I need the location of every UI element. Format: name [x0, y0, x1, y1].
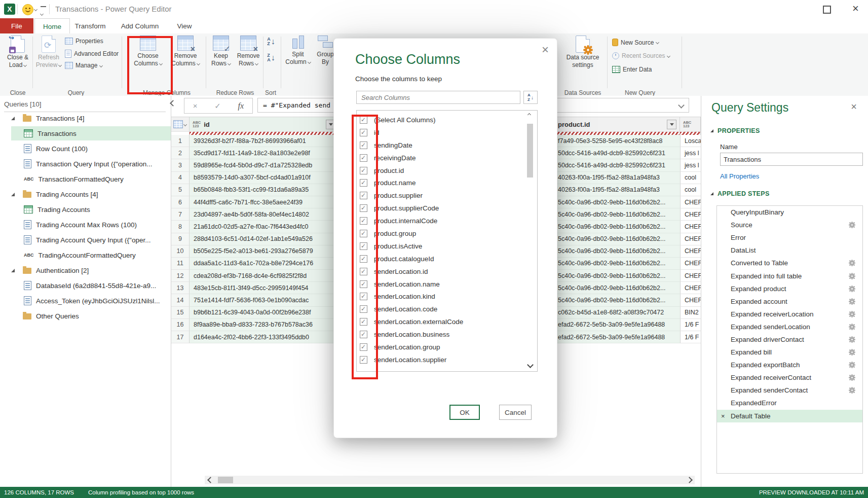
cell-id[interactable]: 35cd9d17-fd11-14a9-18c2-8a1803e2e98f	[190, 147, 339, 159]
row-number[interactable]: 15	[171, 307, 190, 319]
checkbox-checked-icon[interactable]	[360, 318, 367, 326]
cell-id[interactable]: 39326d3f-b2f7-f88a-7b2f-86993966af01	[190, 135, 339, 147]
cell-partial[interactable]: CHEF	[680, 196, 701, 208]
formula-commit-icon[interactable]: ✓	[214, 101, 221, 111]
feedback-smiley-icon[interactable]	[22, 4, 33, 15]
collapse-section-icon[interactable]	[710, 129, 713, 132]
row-number[interactable]: 6	[171, 196, 190, 208]
cell-product-id[interactable]: efad2-6672-5e5b-3a09-9e5fe1a96488	[540, 331, 680, 343]
remove-columns-button[interactable]: × Remove Columns	[168, 35, 203, 67]
dialog-close-icon[interactable]: ×	[542, 43, 549, 57]
refresh-preview-button[interactable]: ⟳ Refresh Preview	[35, 35, 62, 69]
manage-button[interactable]: Manage	[65, 62, 102, 69]
column-checkbox-item[interactable]: senderLocation.supplier	[357, 353, 537, 366]
cell-partial[interactable]: CHEF	[680, 282, 701, 294]
step-settings-gear-icon[interactable]	[850, 287, 854, 291]
column-checkbox-item[interactable]: sendingDate	[357, 139, 537, 152]
applied-step[interactable]: Error	[717, 231, 862, 244]
query-item-databaseid[interactable]: DatabaseId (6a2d8841-55d8-421e-a9...	[0, 278, 171, 293]
column-checkbox-item[interactable]: product.internalCode	[357, 215, 537, 227]
cell-partial[interactable]: jess l	[680, 147, 701, 159]
query-item-trading-accounts[interactable]: Trading Accounts	[0, 202, 171, 217]
query-item-transaction-query-input[interactable]: Transaction Query Input ({"operation...	[0, 156, 171, 171]
cell-id[interactable]: 8f9aa89e-bba9-d833-7283-b767b578ac36	[190, 319, 339, 331]
applied-step[interactable]: QueryInputBinary	[717, 206, 862, 219]
tab-add-column[interactable]: Add Column	[116, 18, 164, 33]
row-number[interactable]: 4	[171, 172, 190, 184]
sort-ascending-button[interactable]: A Z↓	[265, 35, 278, 48]
column-checkbox-item[interactable]: senderLocation.group	[357, 341, 537, 353]
applied-step[interactable]: Expanded exportBatch	[717, 359, 862, 371]
cell-product-id[interactable]: 5c40c-0a96-db02-9ebb-116d0b62b2...	[540, 245, 680, 258]
checkbox-checked-icon[interactable]	[360, 293, 367, 300]
cell-partial[interactable]: jess l	[680, 159, 701, 171]
scrollbar-thumb[interactable]	[218, 477, 233, 483]
ok-button[interactable]: OK	[449, 405, 480, 420]
close-and-load-button[interactable]: ↪ Close & Load	[4, 35, 31, 69]
step-settings-gear-icon[interactable]	[850, 375, 854, 380]
cell-partial[interactable]: CHEF	[680, 270, 701, 282]
query-settings-close-icon[interactable]: ×	[851, 101, 857, 113]
cell-id[interactable]: b505e225-f5e2-a013-be61-293a276e5879	[190, 245, 339, 258]
step-settings-gear-icon[interactable]	[850, 325, 854, 329]
dialog-list-scrollbar[interactable]	[526, 111, 534, 371]
scroll-right-icon[interactable]	[684, 478, 695, 482]
row-number[interactable]: 3	[171, 159, 190, 171]
cell-partial[interactable]: BIN2	[680, 307, 701, 319]
cell-product-id[interactable]: c062c-b45d-a1e8-68f2-a08f39c70472	[540, 307, 680, 319]
column-checkbox-item[interactable]: receivingDate	[357, 152, 537, 164]
enter-data-button[interactable]: Enter Data	[612, 66, 652, 73]
cell-partial[interactable]: Losca	[680, 135, 701, 147]
cell-partial[interactable]: CHEF	[680, 245, 701, 258]
scrollbar-thumb[interactable]	[527, 124, 533, 177]
step-settings-gear-icon[interactable]	[850, 350, 854, 354]
cell-id[interactable]: 23d04897-ae4b-5d0f-58fa-80ef4ec14802	[190, 208, 339, 221]
applied-step[interactable]: DataList	[717, 244, 862, 257]
checkbox-checked-icon[interactable]	[360, 167, 367, 174]
cell-id[interactable]: 59d8965e-fcd4-5b0d-d9c7-d1a725328edb	[190, 159, 339, 171]
step-settings-gear-icon[interactable]	[850, 337, 854, 342]
applied-step[interactable]: Expanded account	[717, 295, 862, 308]
split-column-button[interactable]: Split Column	[284, 35, 312, 66]
column-checkbox-item[interactable]: product.isActive	[357, 240, 537, 253]
applied-step[interactable]: Expanded receiverLocation	[717, 308, 862, 321]
cell-partial[interactable]: 1/6 F	[680, 331, 701, 343]
expand-caret-icon[interactable]	[11, 117, 15, 120]
query-item-transactions[interactable]: Transactions	[0, 126, 171, 141]
window-close-button[interactable]: ×	[852, 2, 859, 16]
tab-home[interactable]: Home	[34, 18, 70, 34]
checkbox-checked-icon[interactable]	[360, 230, 367, 237]
cell-product-id[interactable]: 5c40c-0a96-db02-9ebb-116d0b62b2...	[540, 233, 680, 245]
smiley-dropdown-icon[interactable]	[34, 8, 37, 11]
cell-id[interactable]: 288d4103-6c51-0d14-02ef-1ab1e549a526	[190, 233, 339, 245]
applied-step[interactable]: ExpandedError	[717, 397, 862, 409]
recent-sources-button[interactable]: Recent Sources	[612, 52, 670, 59]
checkbox-checked-icon[interactable]	[360, 141, 367, 149]
checkbox-checked-icon[interactable]	[360, 268, 367, 275]
cell-partial[interactable]: cool	[680, 184, 701, 196]
column-header-product-id[interactable]: product.id	[540, 117, 680, 131]
column-checkbox-item[interactable]: product.group	[357, 227, 537, 240]
checkbox-checked-icon[interactable]	[360, 129, 367, 136]
row-number[interactable]: 12	[171, 270, 190, 282]
column-checkbox-item[interactable]: product.supplierCode	[357, 202, 537, 215]
expand-caret-icon[interactable]	[11, 269, 15, 272]
checkbox-checked-icon[interactable]	[360, 331, 367, 338]
applied-step[interactable]: Expanded senderLocation	[717, 321, 862, 333]
column-checkbox-item[interactable]: product.id	[357, 164, 537, 177]
query-name-input[interactable]	[720, 153, 863, 166]
properties-button[interactable]: Properties	[65, 38, 103, 45]
step-settings-gear-icon[interactable]	[850, 223, 854, 227]
checkbox-checked-icon[interactable]	[360, 192, 367, 199]
cancel-button[interactable]: Cancel	[499, 405, 532, 420]
cell-id[interactable]: d164ea4c-2f02-4bb6-22f3-133f3495ddb0	[190, 331, 339, 343]
cell-id[interactable]: ddaa5a1c-11d3-6a1c-702a-b8e7294ce176	[190, 258, 339, 270]
cell-product-id[interactable]: 5c40c-0a96-db02-9ebb-116d0b62b2...	[540, 282, 680, 294]
horizontal-scrollbar[interactable]	[205, 476, 695, 484]
applied-step[interactable]: Expanded driverContact	[717, 333, 862, 346]
row-number[interactable]: 1	[171, 135, 190, 147]
cell-product-id[interactable]: 5c40c-0a96-db02-9ebb-116d0b62b2...	[540, 196, 680, 208]
checkbox-checked-icon[interactable]	[360, 204, 367, 212]
cell-product-id[interactable]: 50dcc-5416-a49d-dcb9-825992c6f231	[540, 159, 680, 171]
column-checkbox-item[interactable]: senderLocation.name	[357, 278, 537, 291]
